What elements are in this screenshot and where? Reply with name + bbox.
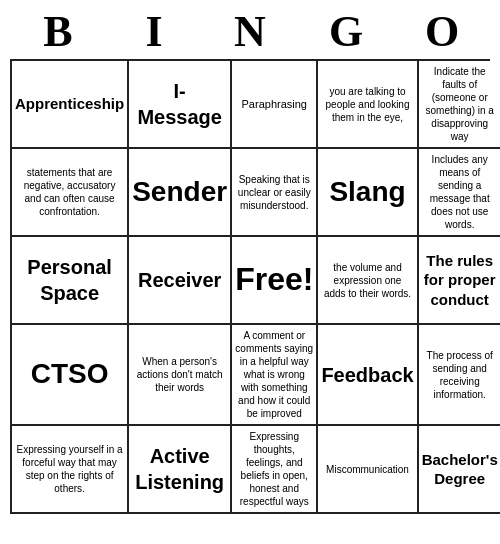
table-row: the volume and expression one adds to th… — [318, 237, 418, 325]
letter-b: B — [18, 6, 98, 57]
table-row: Paraphrasing — [232, 61, 318, 149]
table-row: Apprenticeship — [12, 61, 129, 149]
table-row: Indicate the faults of (someone or somet… — [419, 61, 500, 149]
table-row: Receiver — [129, 237, 232, 325]
table-row: Active Listening — [129, 426, 232, 514]
letter-g: G — [306, 6, 386, 57]
table-row: When a person's actions don't match thei… — [129, 325, 232, 426]
table-row: The rules for proper conduct — [419, 237, 500, 325]
table-row: statements that are negative, accusatory… — [12, 149, 129, 237]
letter-i: I — [114, 6, 194, 57]
table-row: CTSO — [12, 325, 129, 426]
bingo-grid: ApprenticeshipI-MessageParaphrasingyou a… — [10, 59, 490, 514]
table-row: Expressing thoughts, feelings, and belie… — [232, 426, 318, 514]
table-row: Slang — [318, 149, 418, 237]
table-row: Personal Space — [12, 237, 129, 325]
bingo-title: B I N G O — [10, 0, 490, 59]
table-row: Speaking that is unclear or easily misun… — [232, 149, 318, 237]
letter-n: N — [210, 6, 290, 57]
table-row: Includes any means of sending a message … — [419, 149, 500, 237]
table-row: Bachelor's Degree — [419, 426, 500, 514]
table-row: A comment or comments saying in a helpfu… — [232, 325, 318, 426]
table-row: Feedback — [318, 325, 418, 426]
table-row: Free! — [232, 237, 318, 325]
table-row: Sender — [129, 149, 232, 237]
letter-o: O — [402, 6, 482, 57]
table-row: you are talking to people and looking th… — [318, 61, 418, 149]
table-row: I-Message — [129, 61, 232, 149]
table-row: Expressing yourself in a forceful way th… — [12, 426, 129, 514]
table-row: The process of sending and receiving inf… — [419, 325, 500, 426]
table-row: Miscommunication — [318, 426, 418, 514]
